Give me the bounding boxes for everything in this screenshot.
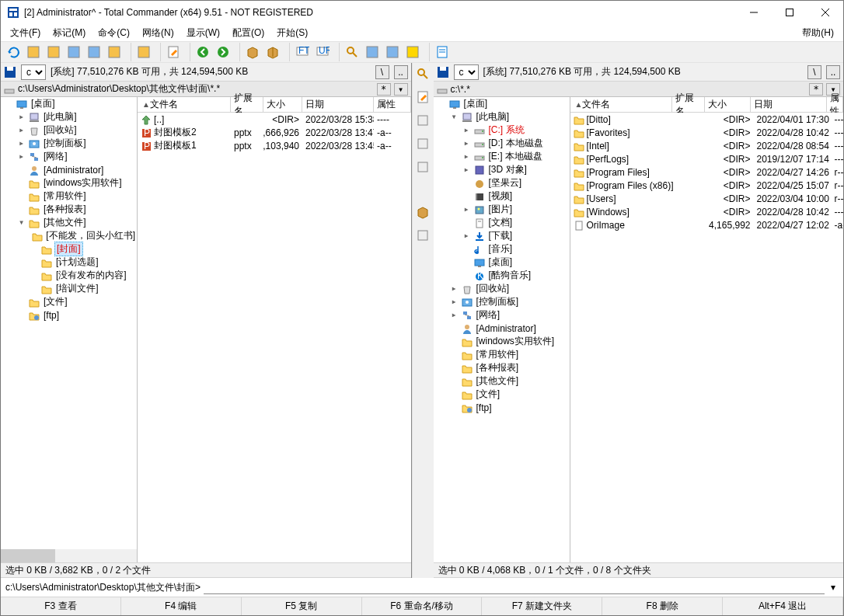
nav-back-button[interactable] bbox=[194, 43, 212, 61]
tree-node[interactable]: [各种报表] bbox=[1, 203, 137, 216]
view-thumb-button[interactable] bbox=[65, 43, 83, 61]
view-full-button[interactable] bbox=[44, 43, 63, 61]
menu-help[interactable]: 帮助(H) bbox=[796, 25, 840, 41]
fkey-button[interactable]: F8 删除 bbox=[602, 597, 723, 615]
nav-fwd-button[interactable] bbox=[214, 43, 232, 61]
pack-button[interactable] bbox=[243, 43, 262, 61]
cmd-history-button[interactable]: ▾ bbox=[828, 582, 839, 593]
sync-dirs-button[interactable] bbox=[383, 43, 402, 61]
menu-item[interactable]: 显示(W) bbox=[180, 26, 226, 40]
expand-icon[interactable]: ▸ bbox=[449, 310, 459, 320]
file-row[interactable]: P封图模板1pptx2,103,9402022/03/28 13:45-a-- bbox=[138, 139, 411, 152]
file-row[interactable]: P封图模板2pptx1,666,9262022/03/28 13:47-a-- bbox=[138, 126, 411, 139]
expand-icon[interactable]: ▸ bbox=[449, 284, 459, 294]
tree-node[interactable]: ▸[C:] 系统 bbox=[434, 124, 570, 137]
expand-icon[interactable]: ▸ bbox=[462, 151, 472, 162]
page-icon[interactable] bbox=[415, 159, 431, 175]
tree-node[interactable]: ▸[3D 对象] bbox=[434, 163, 570, 176]
tree-node[interactable]: [计划选题] bbox=[1, 256, 137, 269]
right-up-button[interactable]: .. bbox=[826, 65, 840, 79]
view-custom-button[interactable] bbox=[105, 43, 124, 61]
ftp-button[interactable]: FTP bbox=[293, 43, 312, 61]
tree-node[interactable]: [桌面] bbox=[434, 97, 570, 110]
pack-icon[interactable] bbox=[415, 204, 431, 220]
minimize-button[interactable] bbox=[736, 1, 772, 24]
tree-node[interactable]: [坚果云] bbox=[434, 176, 570, 190]
tree-node[interactable]: [培训文件] bbox=[1, 282, 137, 295]
tree-node[interactable]: [文档] bbox=[434, 216, 570, 229]
fkey-button[interactable]: F4 编辑 bbox=[121, 597, 242, 615]
hex-icon[interactable] bbox=[415, 113, 431, 128]
right-tree[interactable]: [桌面]▾[此电脑]▸[C:] 系统▸[D:] 本地磁盘▸[E:] 本地磁盘▸[… bbox=[434, 97, 570, 562]
url-button[interactable]: URL bbox=[313, 43, 332, 61]
menu-item[interactable]: 文件(F) bbox=[4, 26, 47, 40]
right-drive-select[interactable]: c bbox=[454, 64, 479, 80]
file-row[interactable]: [Ditto]<DIR>2022/04/01 17:30---- bbox=[570, 113, 844, 126]
file-row[interactable]: [Program Files]<DIR>2022/04/27 14:26r--- bbox=[570, 165, 844, 179]
file-row[interactable]: [Windows]<DIR>2022/04/28 10:42---- bbox=[570, 205, 844, 218]
fkey-button[interactable]: Alt+F4 退出 bbox=[723, 597, 843, 615]
right-fav-button[interactable]: * bbox=[809, 83, 823, 96]
tree-node[interactable]: [没有发布的内容] bbox=[1, 269, 137, 282]
tree-node[interactable]: [桌面] bbox=[1, 97, 137, 110]
tree-node[interactable]: ▸[网络] bbox=[1, 150, 137, 163]
tree-node[interactable]: ▸[下载] bbox=[434, 229, 570, 242]
left-columns[interactable]: ▲文件名 扩展名 大小 日期 属性 bbox=[138, 97, 411, 113]
right-columns[interactable]: ▲文件名 扩展名 大小 日期 属性 bbox=[570, 97, 844, 113]
file-row[interactable]: [Users]<DIR>2022/03/04 10:00r--- bbox=[570, 192, 844, 205]
expand-icon[interactable]: ▾ bbox=[449, 112, 459, 122]
view-tree-button[interactable] bbox=[85, 43, 103, 61]
tree-node[interactable]: ▸[E:] 本地磁盘 bbox=[434, 150, 570, 163]
file-row[interactable]: [Favorites]<DIR>2022/04/28 10:42---- bbox=[570, 126, 844, 139]
add-icon[interactable] bbox=[415, 228, 431, 243]
tree-node[interactable]: [桌面] bbox=[434, 256, 570, 269]
expand-icon[interactable]: ▸ bbox=[449, 297, 459, 307]
edit-icon[interactable] bbox=[415, 89, 431, 105]
tree-node[interactable]: [ftp] bbox=[1, 308, 137, 322]
tree-node[interactable]: ▸[回收站] bbox=[1, 124, 137, 137]
menu-item[interactable]: 网络(N) bbox=[136, 26, 180, 40]
tree-node[interactable]: ▸[此电脑] bbox=[1, 110, 137, 124]
menu-item[interactable]: 配置(O) bbox=[226, 26, 270, 40]
file-row[interactable]: [..]<DIR>2022/03/28 15:38---- bbox=[138, 113, 411, 126]
fkey-button[interactable]: F5 复制 bbox=[242, 597, 362, 615]
tree-node[interactable]: [封面] bbox=[1, 242, 137, 256]
left-tree[interactable]: [桌面]▸[此电脑]▸[回收站]▸[控制面板]▸[网络][Administrat… bbox=[1, 97, 138, 562]
tree-node[interactable]: [ftp] bbox=[434, 401, 570, 414]
tree-node[interactable]: ▾[其他文件] bbox=[1, 216, 137, 229]
expand-icon[interactable]: ▸ bbox=[462, 231, 472, 241]
right-filelist[interactable]: ▲文件名 扩展名 大小 日期 属性 [Ditto]<DIR>2022/04/01… bbox=[570, 97, 844, 562]
multi-rename-button[interactable] bbox=[363, 43, 382, 61]
view-brief-button[interactable] bbox=[24, 43, 43, 61]
tree-node[interactable]: [Administrator] bbox=[1, 163, 137, 176]
tree-node[interactable]: ▸[D:] 本地磁盘 bbox=[434, 137, 570, 150]
tree-node[interactable]: ▾[此电脑] bbox=[434, 110, 570, 124]
unpack-button[interactable] bbox=[263, 43, 282, 61]
tree-node[interactable]: [文件] bbox=[1, 295, 137, 308]
file-row[interactable]: [Program Files (x86)]<DIR>2022/04/25 15:… bbox=[570, 179, 844, 192]
expand-icon[interactable]: ▸ bbox=[462, 165, 472, 175]
left-filelist[interactable]: ▲文件名 扩展名 大小 日期 属性 [..]<DIR>2022/03/28 15… bbox=[138, 97, 411, 562]
fkey-button[interactable]: F6 重命名/移动 bbox=[362, 597, 483, 615]
expand-icon[interactable]: ▸ bbox=[462, 125, 472, 135]
tree-node[interactable]: [音乐] bbox=[434, 242, 570, 256]
tree-node[interactable]: [其他文件] bbox=[434, 374, 570, 388]
tree-node[interactable]: K[酷狗音乐] bbox=[434, 269, 570, 282]
expand-icon[interactable]: ▾ bbox=[16, 218, 26, 228]
tree-node[interactable]: [不能发，回头小红书] bbox=[1, 229, 137, 242]
tree-node[interactable]: ▸[图片] bbox=[434, 203, 570, 216]
left-hist-button[interactable]: ▾ bbox=[394, 83, 408, 96]
tree-node[interactable]: [文件] bbox=[434, 388, 570, 401]
tree-node[interactable]: ▸[回收站] bbox=[434, 282, 570, 295]
menu-item[interactable]: 命令(C) bbox=[92, 26, 136, 40]
close-button[interactable] bbox=[807, 1, 843, 24]
tree-node[interactable]: [windows实用软件] bbox=[1, 176, 137, 190]
expand-icon[interactable]: ▸ bbox=[16, 112, 26, 122]
search-icon[interactable] bbox=[415, 66, 431, 82]
menu-item[interactable]: 标记(M) bbox=[47, 26, 92, 40]
right-root-button[interactable]: \ bbox=[807, 65, 821, 79]
expand-icon[interactable]: ▸ bbox=[462, 138, 472, 148]
swap-panels-button[interactable] bbox=[134, 43, 153, 61]
fkey-button[interactable]: F3 查看 bbox=[1, 597, 121, 615]
tree-node[interactable]: [常用软件] bbox=[1, 190, 137, 203]
